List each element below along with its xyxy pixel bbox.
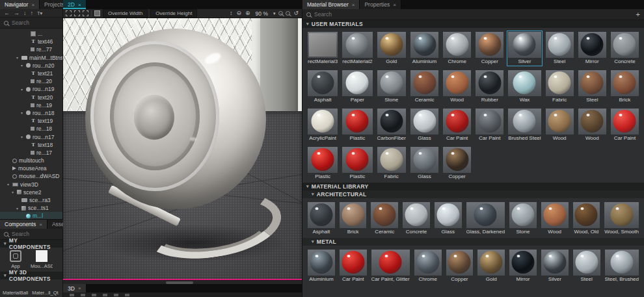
material-tile[interactable]: Glass bbox=[433, 201, 463, 237]
material-tile[interactable]: Rubber bbox=[474, 69, 505, 105]
material-tile[interactable]: rectMaterial2 bbox=[341, 31, 373, 66]
material-tile[interactable]: Fabric bbox=[544, 69, 575, 105]
filter-icon[interactable]: T▾ bbox=[37, 10, 42, 16]
tree-item[interactable]: re...17 bbox=[0, 149, 62, 157]
material-tile[interactable]: Aluminium bbox=[306, 248, 336, 284]
material-tile[interactable]: Aluminium bbox=[409, 31, 440, 66]
tab-navigator[interactable]: Navigator × bbox=[0, 0, 40, 9]
material-tile[interactable]: Ceramic bbox=[369, 201, 399, 237]
material-tile[interactable]: Car Paint bbox=[338, 248, 368, 284]
material-tile[interactable]: Wood bbox=[544, 107, 575, 143]
material-tile[interactable]: Wood bbox=[577, 107, 608, 143]
material-tile[interactable]: Mirror bbox=[508, 248, 538, 284]
component-item[interactable]: App bbox=[5, 250, 26, 269]
material-tile[interactable]: AcrylicPaint bbox=[306, 107, 339, 143]
tree-item[interactable]: ▾rou...n20 bbox=[0, 62, 62, 70]
tree-item[interactable]: ▾mainM...tBtns bbox=[0, 54, 62, 62]
select-tool-icon[interactable] bbox=[66, 10, 72, 16]
expander-caret-icon[interactable]: ▾ bbox=[20, 135, 24, 139]
close-icon[interactable]: × bbox=[31, 2, 34, 8]
material-tile[interactable]: Silver bbox=[540, 248, 570, 284]
material-tile[interactable]: Chrome bbox=[442, 31, 472, 66]
tree-item[interactable]: Ttext20 bbox=[0, 94, 62, 101]
material-tile[interactable]: Silver bbox=[507, 31, 542, 66]
material-tile[interactable]: Gold bbox=[376, 31, 407, 66]
close-icon[interactable]: × bbox=[39, 222, 42, 227]
material-tile[interactable]: Glass bbox=[409, 146, 440, 181]
material-tile[interactable]: Fabric bbox=[376, 146, 407, 181]
horizontal-scrollbar[interactable] bbox=[63, 280, 302, 284]
expander-caret-icon[interactable]: ▾ bbox=[15, 55, 20, 60]
material-tile[interactable]: Chrome bbox=[413, 248, 443, 284]
frame-tool-icon[interactable] bbox=[94, 10, 100, 16]
material-tile[interactable]: Paper bbox=[341, 69, 373, 105]
tab-properties[interactable]: Properties × bbox=[360, 0, 401, 9]
viewport-canvas[interactable] bbox=[63, 18, 302, 280]
close-icon[interactable]: × bbox=[393, 2, 396, 8]
tree-item[interactable]: Ttext21 bbox=[0, 70, 62, 77]
expander-caret-icon[interactable]: ▾ bbox=[20, 87, 24, 92]
tree-item[interactable]: Ttext19 bbox=[0, 117, 62, 125]
architectural-header[interactable]: ▾ ARCHITECTURAL bbox=[302, 190, 644, 198]
close-icon[interactable]: × bbox=[78, 2, 81, 8]
override-height-field[interactable]: Override Height bbox=[150, 9, 197, 18]
tab-2d[interactable]: 2D × bbox=[63, 0, 87, 9]
tab-material-browser[interactable]: Material Browser × bbox=[302, 0, 360, 9]
zoom-out-icon[interactable]: ⊖ bbox=[235, 10, 242, 16]
material-tile[interactable]: Plastic bbox=[306, 146, 339, 181]
zoom-level-value[interactable]: 90 % bbox=[254, 10, 270, 17]
override-width-field[interactable]: Override Width bbox=[103, 9, 148, 18]
material-tile[interactable]: Glass, Darkened bbox=[465, 201, 507, 237]
metal-header[interactable]: ▾ METAL bbox=[302, 238, 644, 246]
material-library-header[interactable]: ▾ MATERIAL LIBRARY bbox=[302, 183, 644, 190]
material-tile[interactable]: Wax bbox=[507, 69, 542, 105]
tree-item[interactable]: re...18 bbox=[0, 125, 62, 133]
scrollbar-thumb[interactable] bbox=[166, 281, 193, 284]
material-tile[interactable]: Copper bbox=[445, 248, 475, 284]
material-tile[interactable]: Concrete bbox=[401, 201, 431, 237]
close-icon[interactable]: × bbox=[352, 2, 355, 8]
expander-caret-icon[interactable]: ▾ bbox=[6, 182, 10, 187]
material-tile[interactable]: Steel, Brushed bbox=[604, 248, 640, 284]
component-label[interactable]: MaterialBall bbox=[3, 290, 28, 296]
reset-view-icon[interactable]: ↺ bbox=[293, 10, 299, 16]
expander-caret-icon[interactable]: ▾ bbox=[15, 206, 20, 211]
tree-item[interactable]: multitouch bbox=[0, 157, 62, 164]
material-tile[interactable]: Asphalt bbox=[306, 69, 339, 105]
expander-caret-icon[interactable]: ▾ bbox=[20, 110, 24, 115]
my-components-header[interactable]: ▾ MY COMPONENTS bbox=[0, 240, 62, 248]
material-tile[interactable]: CarbonFiber bbox=[376, 107, 407, 143]
tree-item[interactable]: ... bbox=[0, 30, 62, 38]
tree-item[interactable]: mouse...dWASD bbox=[0, 172, 62, 180]
expander-caret-icon[interactable]: ▾ bbox=[10, 190, 15, 194]
material-tile[interactable]: Brick bbox=[338, 201, 368, 237]
tree-item[interactable]: re...77 bbox=[0, 45, 62, 53]
material-tile[interactable]: Steel bbox=[572, 248, 602, 284]
material-tile[interactable]: rectMaterial3 bbox=[306, 31, 339, 66]
add-material-button[interactable]: + bbox=[636, 11, 640, 18]
select-sibling-tool-icon[interactable] bbox=[83, 10, 88, 16]
material-tile[interactable]: Ceramic bbox=[409, 69, 440, 105]
tree-item[interactable]: ▾scene2 bbox=[0, 188, 62, 196]
expander-caret-icon[interactable]: ▾ bbox=[20, 63, 24, 68]
chevron-down-icon[interactable]: ▾ bbox=[273, 11, 276, 16]
material-tile[interactable]: Car Paint bbox=[610, 107, 640, 143]
material-tile[interactable]: Car Paint, Glitter bbox=[370, 248, 411, 284]
tree-item[interactable]: ▾view3D bbox=[0, 181, 62, 188]
tree-item[interactable]: ▾rou...n19 bbox=[0, 85, 62, 93]
tree-item[interactable]: Ttext18 bbox=[0, 141, 62, 149]
tree-item[interactable]: Ttext46 bbox=[0, 38, 62, 45]
material-tile[interactable]: Steel bbox=[577, 69, 608, 105]
tree-item[interactable]: re...20 bbox=[0, 77, 62, 85]
material-tile[interactable]: Gold bbox=[476, 248, 506, 284]
tree-item[interactable]: mouseArea bbox=[0, 164, 62, 172]
move-down-icon[interactable]: ↓ bbox=[23, 10, 27, 16]
tab-3d[interactable]: 3D × bbox=[63, 284, 87, 292]
zoom-fit-icon[interactable]: - bbox=[286, 11, 290, 16]
material-tile[interactable]: Stone bbox=[376, 69, 407, 105]
tree-item[interactable]: m...l bbox=[0, 212, 62, 219]
material-tile[interactable]: Brushed Steel bbox=[507, 107, 542, 143]
material-tile[interactable]: Plastic bbox=[341, 107, 373, 143]
material-tile[interactable]: Stone bbox=[508, 201, 538, 237]
tree-item[interactable]: sce...ra3 bbox=[0, 196, 62, 204]
